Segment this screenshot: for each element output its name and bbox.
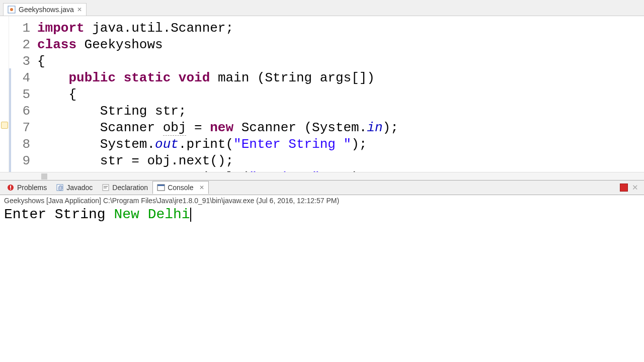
code-text[interactable]: String str; <box>37 103 644 120</box>
warning-marker-icon[interactable] <box>1 122 8 129</box>
code-line[interactable]: 1import java.util.Scanner; <box>9 20 644 37</box>
line-number: 3 <box>9 53 37 70</box>
code-text[interactable]: class Geekyshows <box>37 37 644 53</box>
code-text[interactable]: { <box>37 86 644 103</box>
editor-tab-bar: Geekyshows.java ✕ <box>0 0 644 16</box>
tab-label: Problems <box>17 184 47 192</box>
code-text[interactable]: public static void main (String args[]) <box>37 70 644 86</box>
editor-tab-active[interactable]: Geekyshows.java ✕ <box>3 3 87 16</box>
svg-rect-11 <box>157 185 165 186</box>
console-toolbar: ✕ <box>620 184 642 192</box>
console-input-text: New Delhi <box>114 207 190 222</box>
horizontal-scrollbar[interactable] <box>0 172 644 180</box>
line-number: 6 <box>9 103 37 120</box>
remove-launch-icon[interactable]: ✕ <box>631 184 639 192</box>
tab-label: Declaration <box>112 184 148 192</box>
code-line[interactable]: 2class Geekyshows <box>9 37 644 53</box>
code-line[interactable]: 8 System.out.print("Enter String "); <box>9 136 644 153</box>
tab-label: Console <box>168 184 193 192</box>
bottom-tab-bar: Problems @ Javadoc Declaration Console ✕… <box>0 180 644 195</box>
close-icon[interactable]: ✕ <box>77 6 82 13</box>
tab-problems[interactable]: Problems <box>2 181 51 194</box>
editor-gutter <box>0 16 9 172</box>
console-icon <box>157 184 165 192</box>
text-cursor <box>190 208 191 222</box>
java-file-icon <box>8 6 16 14</box>
problems-icon <box>7 184 15 192</box>
code-text[interactable]: System.out.print("Enter String "); <box>37 136 644 153</box>
code-text[interactable]: Scanner obj = new Scanner (System.in); <box>37 120 644 136</box>
editor-tab-filename: Geekyshows.java <box>19 6 74 14</box>
console-output[interactable]: Enter String New Delhi <box>0 206 644 362</box>
code-line[interactable]: 6 String str; <box>9 103 644 120</box>
declaration-icon <box>102 184 110 192</box>
terminate-icon[interactable] <box>620 184 628 192</box>
tab-javadoc[interactable]: @ Javadoc <box>51 181 97 194</box>
editor-area[interactable]: 1import java.util.Scanner;2class Geekysh… <box>0 16 644 172</box>
tab-label: Javadoc <box>66 184 93 192</box>
console-prompt-text: Enter String <box>4 207 114 222</box>
code-text[interactable]: import java.util.Scanner; <box>37 20 644 37</box>
javadoc-icon: @ <box>56 184 64 192</box>
line-number: 4 <box>9 70 37 86</box>
tab-console[interactable]: Console ✕ <box>152 181 208 194</box>
code-text[interactable]: { <box>37 53 644 70</box>
line-number: 8 <box>9 136 37 153</box>
tab-declaration[interactable]: Declaration <box>97 181 152 194</box>
svg-text:@: @ <box>58 185 63 191</box>
svg-point-1 <box>10 8 13 11</box>
code-line[interactable]: 3{ <box>9 53 644 70</box>
line-number: 7 <box>9 120 37 136</box>
code-line[interactable]: 5 { <box>9 86 644 103</box>
svg-rect-3 <box>10 186 11 188</box>
svg-rect-9 <box>104 188 107 189</box>
scrollbar-thumb[interactable] <box>41 173 47 179</box>
code-editor[interactable]: 1import java.util.Scanner;2class Geekysh… <box>9 16 644 172</box>
line-number: 9 <box>9 153 37 169</box>
console-process-label: Geekyshows [Java Application] C:\Program… <box>0 195 644 206</box>
line-number: 1 <box>9 20 37 37</box>
code-line[interactable]: 7 Scanner obj = new Scanner (System.in); <box>9 120 644 136</box>
svg-rect-8 <box>104 186 108 187</box>
svg-rect-4 <box>10 189 11 190</box>
code-line[interactable]: 4 public static void main (String args[]… <box>9 70 644 86</box>
code-line[interactable]: 9 str = obj.next(); <box>9 153 644 169</box>
line-number: 2 <box>9 37 37 53</box>
close-icon[interactable]: ✕ <box>199 184 204 191</box>
line-number: 5 <box>9 86 37 103</box>
code-text[interactable]: str = obj.next(); <box>37 153 644 169</box>
